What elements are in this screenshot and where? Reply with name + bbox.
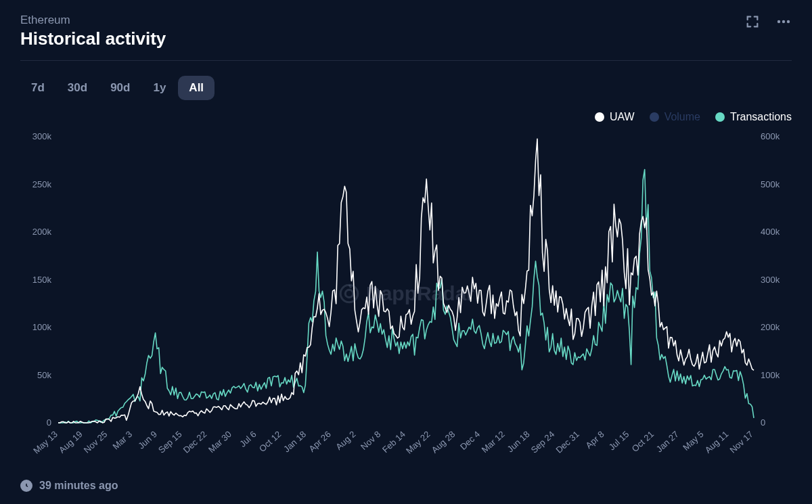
svg-text:0: 0 bbox=[761, 417, 765, 428]
svg-text:Jun 18: Jun 18 bbox=[505, 429, 532, 454]
svg-text:Nov 17: Nov 17 bbox=[727, 429, 755, 455]
clock-icon bbox=[20, 480, 32, 492]
svg-text:Oct 12: Oct 12 bbox=[257, 429, 283, 454]
header-row: Ethereum Historical activity bbox=[20, 14, 792, 49]
page-title: Historical activity bbox=[20, 28, 166, 49]
header-actions bbox=[744, 14, 792, 30]
svg-text:300k: 300k bbox=[32, 131, 52, 141]
svg-text:Sep 24: Sep 24 bbox=[529, 429, 557, 455]
svg-text:300k: 300k bbox=[761, 275, 780, 285]
svg-text:500k: 500k bbox=[761, 179, 780, 189]
titles: Ethereum Historical activity bbox=[20, 14, 166, 49]
svg-text:May 5: May 5 bbox=[681, 429, 705, 453]
svg-point-2 bbox=[787, 20, 790, 23]
updated-text: 39 minutes ago bbox=[39, 480, 118, 492]
svg-point-1 bbox=[782, 20, 785, 23]
svg-text:Dec 4: Dec 4 bbox=[458, 429, 482, 452]
range-button-1y[interactable]: 1y bbox=[142, 76, 177, 100]
svg-text:100k: 100k bbox=[32, 322, 52, 332]
svg-text:Jan 27: Jan 27 bbox=[654, 429, 681, 454]
svg-text:May 13: May 13 bbox=[31, 429, 60, 456]
svg-text:Sep 15: Sep 15 bbox=[156, 429, 184, 455]
range-button-all[interactable]: All bbox=[178, 76, 215, 100]
range-button-90d[interactable]: 90d bbox=[99, 76, 141, 100]
footer: 39 minutes ago bbox=[20, 480, 792, 492]
svg-text:Aug 2: Aug 2 bbox=[334, 429, 357, 452]
line-chart: 050k100k150k200k250k300k0100k200k300k400… bbox=[20, 127, 792, 474]
range-button-30d[interactable]: 30d bbox=[57, 76, 98, 100]
fullscreen-button[interactable] bbox=[744, 14, 761, 30]
legend: UAW Volume Transactions bbox=[20, 111, 792, 123]
svg-text:Apr 26: Apr 26 bbox=[307, 429, 333, 454]
more-icon bbox=[775, 14, 792, 30]
legend-dot-volume bbox=[650, 112, 659, 122]
svg-text:Mar 3: Mar 3 bbox=[110, 429, 134, 451]
fullscreen-icon bbox=[745, 14, 760, 29]
svg-text:Nov 25: Nov 25 bbox=[82, 429, 110, 455]
range-button-7d[interactable]: 7d bbox=[20, 76, 55, 100]
svg-text:Dec 31: Dec 31 bbox=[554, 429, 581, 455]
legend-dot-uaw bbox=[595, 112, 604, 122]
svg-text:Mar 30: Mar 30 bbox=[206, 429, 233, 455]
svg-text:Mar 12: Mar 12 bbox=[480, 429, 507, 455]
chart-area[interactable]: DappRadar 050k100k150k200k250k300k0100k2… bbox=[20, 127, 792, 474]
legend-label-uaw: UAW bbox=[610, 111, 635, 123]
legend-item-transactions[interactable]: Transactions bbox=[715, 111, 792, 123]
svg-text:0: 0 bbox=[47, 417, 51, 428]
svg-text:Jul 15: Jul 15 bbox=[607, 429, 631, 452]
svg-text:200k: 200k bbox=[32, 227, 52, 237]
svg-text:Aug 11: Aug 11 bbox=[703, 429, 731, 455]
svg-text:May 22: May 22 bbox=[404, 429, 432, 456]
svg-text:250k: 250k bbox=[32, 179, 52, 189]
legend-item-volume[interactable]: Volume bbox=[650, 111, 700, 123]
svg-text:200k: 200k bbox=[761, 322, 780, 332]
svg-text:50k: 50k bbox=[37, 370, 51, 380]
legend-label-volume: Volume bbox=[664, 111, 700, 123]
svg-text:Feb 14: Feb 14 bbox=[380, 429, 407, 455]
range-selector: 7d30d90d1yAll bbox=[20, 76, 792, 100]
legend-label-transactions: Transactions bbox=[730, 111, 792, 123]
svg-text:Oct 21: Oct 21 bbox=[630, 429, 656, 454]
svg-text:Dec 22: Dec 22 bbox=[181, 429, 209, 455]
svg-text:Apr 8: Apr 8 bbox=[584, 429, 606, 451]
more-button[interactable] bbox=[775, 14, 792, 30]
svg-text:100k: 100k bbox=[761, 370, 780, 380]
svg-text:400k: 400k bbox=[761, 227, 780, 237]
legend-dot-transactions bbox=[715, 112, 725, 122]
svg-point-0 bbox=[777, 20, 780, 23]
svg-text:Jul 6: Jul 6 bbox=[238, 429, 258, 449]
page-subtitle: Ethereum bbox=[20, 14, 166, 27]
svg-text:Jan 18: Jan 18 bbox=[281, 429, 308, 454]
legend-item-uaw[interactable]: UAW bbox=[595, 111, 635, 123]
chart-card: Ethereum Historical activity 7d30d90d1yA… bbox=[0, 0, 812, 504]
svg-text:150k: 150k bbox=[32, 275, 52, 285]
svg-text:Nov 8: Nov 8 bbox=[359, 429, 382, 452]
svg-text:Aug 19: Aug 19 bbox=[57, 429, 85, 455]
svg-text:600k: 600k bbox=[761, 131, 780, 141]
svg-text:Aug 28: Aug 28 bbox=[430, 429, 457, 455]
divider bbox=[20, 60, 792, 61]
